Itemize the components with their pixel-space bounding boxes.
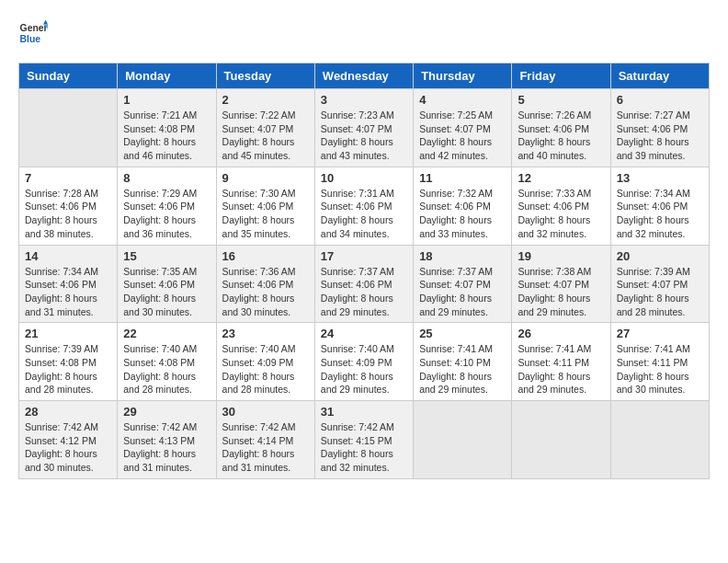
calendar-cell: 8Sunrise: 7:29 AM Sunset: 4:06 PM Daylig… [118, 167, 216, 245]
day-info: Sunrise: 7:27 AM Sunset: 4:06 PM Dayligh… [617, 109, 703, 163]
day-number: 24 [321, 327, 407, 340]
day-info: Sunrise: 7:28 AM Sunset: 4:06 PM Dayligh… [25, 187, 111, 241]
day-of-week-header: Friday [512, 63, 610, 89]
calendar-cell: 17Sunrise: 7:37 AM Sunset: 4:06 PM Dayli… [314, 245, 413, 323]
day-number: 9 [222, 171, 309, 185]
calendar-cell: 23Sunrise: 7:40 AM Sunset: 4:09 PM Dayli… [216, 323, 314, 401]
day-of-week-header: Monday [118, 63, 216, 89]
day-number: 27 [617, 327, 703, 340]
calendar-cell: 29Sunrise: 7:42 AM Sunset: 4:13 PM Dayli… [118, 401, 216, 479]
day-info: Sunrise: 7:26 AM Sunset: 4:06 PM Dayligh… [518, 109, 604, 163]
calendar-cell [414, 401, 512, 479]
day-number: 15 [123, 249, 210, 263]
day-number: 6 [617, 93, 703, 107]
day-info: Sunrise: 7:25 AM Sunset: 4:07 PM Dayligh… [419, 109, 506, 163]
calendar-cell: 22Sunrise: 7:40 AM Sunset: 4:08 PM Dayli… [118, 323, 216, 401]
day-info: Sunrise: 7:38 AM Sunset: 4:07 PM Dayligh… [518, 265, 604, 319]
day-info: Sunrise: 7:41 AM Sunset: 4:11 PM Dayligh… [518, 342, 604, 396]
day-of-week-header: Saturday [610, 63, 709, 89]
page-header: General Blue [18, 18, 710, 48]
day-info: Sunrise: 7:39 AM Sunset: 4:07 PM Dayligh… [617, 265, 703, 319]
day-info: Sunrise: 7:37 AM Sunset: 4:06 PM Dayligh… [321, 265, 407, 319]
calendar-cell: 18Sunrise: 7:37 AM Sunset: 4:07 PM Dayli… [414, 245, 512, 323]
day-info: Sunrise: 7:42 AM Sunset: 4:14 PM Dayligh… [222, 420, 309, 475]
calendar-cell: 20Sunrise: 7:39 AM Sunset: 4:07 PM Dayli… [610, 245, 709, 323]
day-of-week-header: Tuesday [216, 63, 314, 89]
day-of-week-header: Sunday [19, 63, 118, 89]
day-info: Sunrise: 7:30 AM Sunset: 4:06 PM Dayligh… [222, 187, 309, 241]
calendar-cell: 19Sunrise: 7:38 AM Sunset: 4:07 PM Dayli… [512, 245, 610, 323]
calendar-cell: 9Sunrise: 7:30 AM Sunset: 4:06 PM Daylig… [216, 167, 314, 245]
calendar-cell [512, 401, 610, 479]
day-number: 30 [222, 405, 309, 419]
day-number: 2 [222, 93, 309, 107]
calendar-week-row: 21Sunrise: 7:39 AM Sunset: 4:08 PM Dayli… [19, 323, 710, 401]
calendar-cell: 21Sunrise: 7:39 AM Sunset: 4:08 PM Dayli… [19, 323, 118, 401]
svg-text:Blue: Blue [20, 34, 41, 44]
day-info: Sunrise: 7:40 AM Sunset: 4:08 PM Dayligh… [123, 342, 210, 396]
day-info: Sunrise: 7:41 AM Sunset: 4:11 PM Dayligh… [617, 342, 703, 396]
day-info: Sunrise: 7:29 AM Sunset: 4:06 PM Dayligh… [123, 187, 210, 241]
day-number: 23 [222, 327, 309, 340]
day-number: 25 [419, 327, 506, 340]
day-number: 5 [518, 93, 604, 107]
day-number: 8 [123, 171, 210, 185]
day-info: Sunrise: 7:34 AM Sunset: 4:06 PM Dayligh… [25, 265, 111, 319]
day-number: 21 [25, 327, 111, 340]
calendar-cell: 24Sunrise: 7:40 AM Sunset: 4:09 PM Dayli… [314, 323, 413, 401]
day-info: Sunrise: 7:23 AM Sunset: 4:07 PM Dayligh… [321, 109, 407, 163]
day-info: Sunrise: 7:40 AM Sunset: 4:09 PM Dayligh… [222, 342, 309, 396]
calendar-week-row: 1Sunrise: 7:21 AM Sunset: 4:08 PM Daylig… [19, 89, 710, 167]
day-info: Sunrise: 7:40 AM Sunset: 4:09 PM Dayligh… [321, 342, 407, 396]
calendar-cell: 26Sunrise: 7:41 AM Sunset: 4:11 PM Dayli… [512, 323, 610, 401]
day-info: Sunrise: 7:35 AM Sunset: 4:06 PM Dayligh… [123, 265, 210, 319]
calendar-cell: 6Sunrise: 7:27 AM Sunset: 4:06 PM Daylig… [610, 89, 709, 167]
calendar-cell: 28Sunrise: 7:42 AM Sunset: 4:12 PM Dayli… [19, 401, 118, 479]
day-number: 22 [123, 327, 210, 340]
day-number: 13 [617, 171, 703, 185]
day-number: 19 [518, 249, 604, 263]
day-number: 14 [25, 249, 111, 263]
calendar-week-row: 7Sunrise: 7:28 AM Sunset: 4:06 PM Daylig… [19, 167, 710, 245]
svg-marker-2 [43, 20, 48, 25]
day-number: 4 [419, 93, 506, 107]
day-of-week-header: Thursday [414, 63, 512, 89]
day-info: Sunrise: 7:42 AM Sunset: 4:15 PM Dayligh… [321, 420, 407, 475]
calendar-cell: 10Sunrise: 7:31 AM Sunset: 4:06 PM Dayli… [314, 167, 413, 245]
day-number: 31 [321, 405, 407, 419]
day-info: Sunrise: 7:42 AM Sunset: 4:13 PM Dayligh… [123, 420, 210, 475]
calendar-cell: 30Sunrise: 7:42 AM Sunset: 4:14 PM Dayli… [216, 401, 314, 479]
day-number: 7 [25, 171, 111, 185]
calendar-cell: 12Sunrise: 7:33 AM Sunset: 4:06 PM Dayli… [512, 167, 610, 245]
day-info: Sunrise: 7:41 AM Sunset: 4:10 PM Dayligh… [419, 342, 506, 396]
calendar-table: SundayMondayTuesdayWednesdayThursdayFrid… [18, 63, 710, 479]
day-info: Sunrise: 7:37 AM Sunset: 4:07 PM Dayligh… [419, 265, 506, 319]
calendar-cell: 16Sunrise: 7:36 AM Sunset: 4:06 PM Dayli… [216, 245, 314, 323]
calendar-week-row: 28Sunrise: 7:42 AM Sunset: 4:12 PM Dayli… [19, 401, 710, 479]
calendar-cell: 1Sunrise: 7:21 AM Sunset: 4:08 PM Daylig… [118, 89, 216, 167]
day-number: 11 [419, 171, 506, 185]
day-number: 1 [123, 93, 210, 107]
day-number: 20 [617, 249, 703, 263]
calendar-cell: 3Sunrise: 7:23 AM Sunset: 4:07 PM Daylig… [314, 89, 413, 167]
day-info: Sunrise: 7:33 AM Sunset: 4:06 PM Dayligh… [518, 187, 604, 241]
day-number: 16 [222, 249, 309, 263]
calendar-cell: 5Sunrise: 7:26 AM Sunset: 4:06 PM Daylig… [512, 89, 610, 167]
calendar-cell [610, 401, 709, 479]
calendar-cell: 2Sunrise: 7:22 AM Sunset: 4:07 PM Daylig… [216, 89, 314, 167]
calendar-cell: 25Sunrise: 7:41 AM Sunset: 4:10 PM Dayli… [414, 323, 512, 401]
day-number: 10 [321, 171, 407, 185]
calendar-cell: 15Sunrise: 7:35 AM Sunset: 4:06 PM Dayli… [118, 245, 216, 323]
calendar-cell: 31Sunrise: 7:42 AM Sunset: 4:15 PM Dayli… [314, 401, 413, 479]
calendar-cell: 7Sunrise: 7:28 AM Sunset: 4:06 PM Daylig… [19, 167, 118, 245]
calendar-week-row: 14Sunrise: 7:34 AM Sunset: 4:06 PM Dayli… [19, 245, 710, 323]
day-number: 3 [321, 93, 407, 107]
day-number: 29 [123, 405, 210, 419]
day-info: Sunrise: 7:21 AM Sunset: 4:08 PM Dayligh… [123, 109, 210, 163]
calendar-cell: 11Sunrise: 7:32 AM Sunset: 4:06 PM Dayli… [414, 167, 512, 245]
day-info: Sunrise: 7:31 AM Sunset: 4:06 PM Dayligh… [321, 187, 407, 241]
calendar-cell: 27Sunrise: 7:41 AM Sunset: 4:11 PM Dayli… [610, 323, 709, 401]
day-number: 28 [25, 405, 111, 419]
day-of-week-header: Wednesday [314, 63, 413, 89]
calendar-cell: 4Sunrise: 7:25 AM Sunset: 4:07 PM Daylig… [414, 89, 512, 167]
